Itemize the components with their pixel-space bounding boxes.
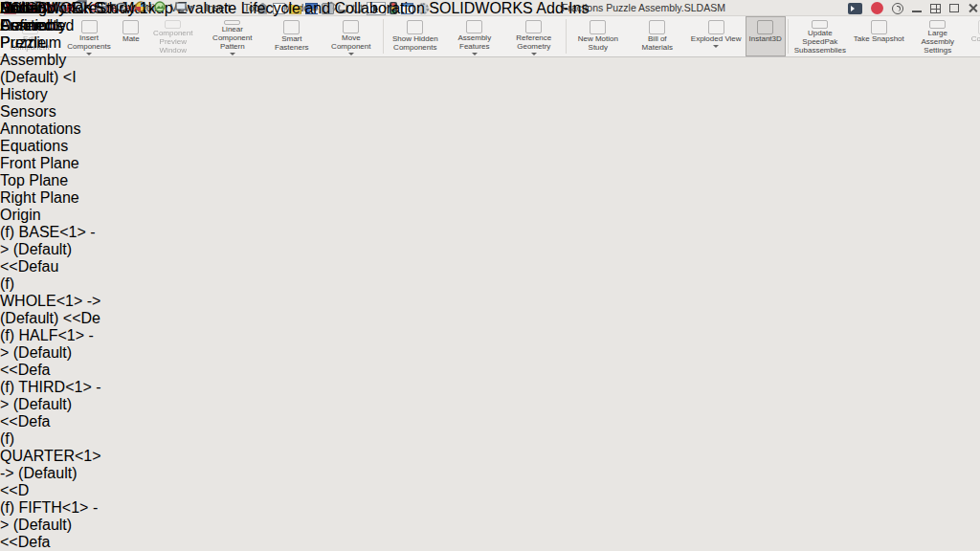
dropdown-caret-icon[interactable] bbox=[230, 53, 235, 55]
tree-item-third[interactable]: (f) THIRD<1> -> (Default) <<Defa bbox=[0, 379, 101, 430]
bill-of-materials-icon bbox=[649, 20, 665, 34]
update-speedpak-icon bbox=[812, 20, 828, 29]
toolbar-separator bbox=[383, 19, 384, 54]
layout-button[interactable] bbox=[930, 4, 941, 13]
tree-item-half[interactable]: (f) HALF<1> -> (Default) <<Defa bbox=[0, 327, 101, 379]
tree-item-origin[interactable]: Origin bbox=[0, 207, 101, 224]
mate-icon bbox=[122, 20, 139, 34]
dropdown-caret-icon[interactable] bbox=[531, 53, 537, 55]
dropdown-caret-icon[interactable] bbox=[472, 53, 478, 55]
take-snapshot-icon bbox=[871, 20, 887, 34]
tree-item-history[interactable]: History bbox=[0, 86, 101, 103]
tree-item-top-plane[interactable]: Top Plane bbox=[0, 172, 101, 189]
tab-addins[interactable]: SOLIDWORKS Add-Ins bbox=[429, 0, 589, 16]
large-assembly-settings-button[interactable]: Large Assembly Settings bbox=[908, 16, 968, 56]
feature-manager-tree: Fractions Puzzle Assembly (Default) <I H… bbox=[0, 17, 101, 551]
tree-item-annotations[interactable]: Annotations bbox=[0, 121, 101, 138]
tab-lifecycle[interactable]: Lifecycle and Collaboration bbox=[241, 0, 425, 16]
show-hidden-icon bbox=[407, 20, 423, 34]
instant3d-button[interactable]: Instant3D bbox=[746, 16, 786, 56]
close-button[interactable] bbox=[968, 3, 978, 13]
combine-button[interactable]: Combine bbox=[968, 16, 980, 56]
take-snapshot-button[interactable]: Take Snapshot bbox=[850, 16, 908, 56]
help-icon[interactable] bbox=[892, 3, 903, 14]
console-icon[interactable] bbox=[848, 3, 862, 14]
tree-item-sensors[interactable]: Sensors bbox=[0, 103, 101, 121]
toolbar-separator bbox=[566, 19, 567, 54]
tree-item-base[interactable]: (f) BASE<1> -> (Default) <<Defau bbox=[0, 224, 101, 276]
instant3d-icon bbox=[757, 20, 773, 34]
status-units[interactable]: MMGS bbox=[0, 0, 48, 17]
assembly-features-button[interactable]: Assembly Features bbox=[445, 16, 504, 56]
tree-item-whole[interactable]: (f) WHOLE<1> -> (Default) <<De bbox=[0, 276, 101, 327]
reference-geometry-button[interactable]: Reference Geometry bbox=[504, 16, 564, 56]
move-component-icon bbox=[343, 20, 359, 33]
bill-of-materials-button[interactable]: Bill of Materials bbox=[628, 16, 687, 56]
linear-component-pattern-button[interactable]: Linear Component Pattern bbox=[203, 16, 262, 56]
new-motion-study-button[interactable]: New Motion Study bbox=[568, 16, 628, 56]
mate-button[interactable]: Mate bbox=[119, 16, 144, 56]
tree-item-fifth[interactable]: (f) FIFTH<1> -> (Default) <<Defa bbox=[0, 499, 101, 551]
assembly-features-icon bbox=[466, 20, 482, 33]
tree-item-right-plane[interactable]: Right Plane bbox=[0, 189, 101, 207]
exploded-view-button[interactable]: Exploded View bbox=[687, 16, 746, 56]
titlebar-right-controls bbox=[848, 1, 978, 15]
view-settings-icon[interactable] bbox=[176, 3, 186, 11]
component-preview-icon bbox=[165, 20, 181, 29]
move-component-button[interactable]: Move Component bbox=[322, 16, 381, 56]
command-manager: Edit Component Insert Components Mate Co… bbox=[0, 16, 980, 57]
apply-scene-icon[interactable] bbox=[155, 2, 165, 11]
toolbar-caret-icon bbox=[189, 6, 194, 9]
user-avatar[interactable] bbox=[871, 2, 883, 14]
dropdown-caret-icon[interactable] bbox=[348, 53, 354, 55]
new-motion-study-icon bbox=[590, 20, 606, 34]
dropdown-caret-icon[interactable] bbox=[713, 45, 719, 48]
component-preview-window-button[interactable]: Component Preview Window bbox=[144, 16, 203, 56]
toolbar-separator bbox=[788, 19, 789, 54]
update-speedpak-button[interactable]: Update SpeedPak Subassemblies bbox=[791, 16, 850, 56]
tree-item-quarter[interactable]: (f) QUARTER<1> -> (Default) <<D bbox=[0, 430, 101, 499]
smart-fasteners-icon bbox=[283, 20, 300, 34]
large-assembly-settings-icon bbox=[929, 20, 946, 29]
reference-geometry-icon bbox=[525, 20, 542, 33]
minimize-button[interactable] bbox=[912, 11, 922, 12]
smart-fasteners-button[interactable]: Smart Fasteners bbox=[262, 16, 322, 56]
restore-button[interactable] bbox=[949, 4, 959, 12]
exploded-view-icon bbox=[708, 20, 724, 34]
tree-item-equations[interactable]: Equations bbox=[0, 138, 101, 155]
tree-item-front-plane[interactable]: Front Plane bbox=[0, 155, 101, 172]
show-hidden-components-button[interactable]: Show Hidden Components bbox=[386, 16, 445, 56]
